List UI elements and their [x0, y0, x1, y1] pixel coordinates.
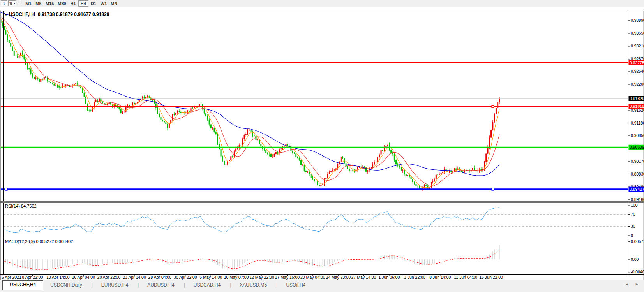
time-tick-label: 20 Apr 22:00	[97, 275, 121, 280]
svg-text:70: 70	[631, 212, 635, 216]
time-tick-label: 27 May 14:00	[351, 275, 376, 280]
symbol-period-label: USDCHF,H4	[9, 12, 35, 17]
time-tick-label: 11 Jun 04:00	[454, 275, 477, 280]
svg-text:0.91618: 0.91618	[630, 104, 644, 109]
price-tick-label: 0.91180	[631, 121, 644, 125]
chart-tab[interactable]: XAUUSD,M5	[225, 281, 272, 290]
time-tick-label: 13 Apr 14:00	[46, 275, 70, 280]
time-tick-label: 16 Apr 04:00	[72, 275, 95, 280]
macd-axis[interactable]: 0.0057180.00-0.004094	[628, 239, 644, 274]
chart-title: ▼USDCHF,H4 0.91738 0.91879 0.91677 0.918…	[4, 12, 109, 17]
ma-12-line	[1, 18, 499, 186]
price-tick-label: 0.92200	[631, 82, 644, 86]
price-tick-label: 0.90850	[631, 133, 644, 138]
time-tick-label: 23 Apr 14:00	[123, 275, 146, 280]
chart-tabs: USDCHF,H4USDCNH,DailyEURUSD,H4AUDUSD,H4U…	[2, 280, 310, 290]
svg-text:0.90539: 0.90539	[630, 145, 644, 150]
chart-tab[interactable]: USDCNH,Daily	[46, 281, 86, 290]
hline-handle[interactable]	[492, 105, 494, 107]
svg-text:0.91829: 0.91829	[630, 96, 644, 101]
hline-handle[interactable]	[5, 188, 7, 190]
horizontal-lines[interactable]	[1, 63, 628, 190]
time-tick-label: 8 Apr 22:00	[22, 275, 43, 280]
svg-text:0.00: 0.00	[631, 257, 639, 262]
rsi-indicator-label: RSI(14) 84.7502	[5, 204, 37, 208]
svg-text:30: 30	[631, 224, 635, 229]
macd-signal-line	[4, 250, 499, 270]
time-tick-label: 30 Apr 22:00	[174, 275, 197, 280]
tabs-scroll-left-icon[interactable]: ◄	[625, 282, 629, 286]
mt4-window: T ⇅ ▾ M1M5M15M30H1H4D1W1MN ▼USDCHF,H4 0.…	[0, 0, 644, 292]
time-tick-label: 6 Apr 2021	[2, 275, 21, 280]
macd-pane[interactable]	[4, 245, 499, 271]
svg-text:100: 100	[631, 203, 638, 208]
time-tick-label: 5 May 14:00	[199, 275, 222, 280]
time-tick-label: 28 Apr 04:00	[148, 275, 172, 280]
tab-scroll-controls: ◄ ►	[625, 280, 644, 286]
chart-menu-triangle-icon[interactable]: ▼	[4, 13, 8, 17]
time-tick-label: 3 Jun 22:00	[404, 275, 425, 280]
svg-text:0.005718: 0.005718	[631, 239, 644, 244]
rsi-pane[interactable]	[4, 208, 628, 233]
rsi-line	[4, 208, 499, 233]
svg-text:0: 0	[631, 233, 633, 238]
svg-text:-0.004094: -0.004094	[631, 269, 644, 274]
chart-tab-bar: USDCHF,H4USDCNH,DailyEURUSD,H4AUDUSD,H4U…	[0, 280, 644, 292]
price-tick-label: 0.90170	[631, 159, 644, 164]
chart-tab[interactable]: AUDUSD,H4	[133, 281, 179, 290]
ma-48-line	[1, 12, 499, 176]
ma-5-line	[1, 19, 499, 188]
price-pane[interactable]	[0, 12, 500, 191]
price-axis[interactable]: 0.938900.935500.932100.928700.925400.922…	[628, 18, 644, 201]
price-tick-label: 0.89160	[631, 197, 644, 202]
price-tick-label: 0.89830	[631, 172, 644, 176]
chart-tab[interactable]: USDCHF,H4	[2, 280, 43, 290]
chart-canvas[interactable]: 0.938900.935500.932100.928700.925400.922…	[0, 0, 644, 292]
time-tick-label: 1 Jun 06:00	[379, 275, 400, 280]
chart-tab[interactable]: EURUSD,H4	[87, 281, 133, 290]
macd-indicator-label: MACD(12,26,9) 0.005272 0.003402	[5, 239, 73, 244]
tabs-scroll-right-icon[interactable]: ►	[635, 282, 639, 286]
chart-tab[interactable]: USDCAD,H4	[179, 281, 225, 290]
svg-text:0.92775: 0.92775	[630, 60, 644, 65]
time-tick-label: 12 May 22:00	[249, 275, 274, 280]
hline-handle[interactable]	[492, 188, 494, 190]
chart-tab[interactable]: USOil,H4	[272, 281, 310, 290]
pane-borders	[0, 11, 644, 280]
price-tick-label: 0.93210	[631, 44, 644, 48]
price-tick-label: 0.93550	[631, 31, 644, 35]
time-tick-label: 24 May 23:00	[326, 275, 351, 280]
time-tick-label: 20 May 04:00	[300, 275, 325, 280]
ohlc-values: 0.91738 0.91879 0.91677 0.91829	[38, 12, 109, 17]
time-tick-label: 10 May 07:00	[224, 275, 249, 280]
time-tick-label: 15 Jun 22:00	[479, 275, 503, 280]
price-tick-label: 0.92540	[631, 69, 644, 74]
price-tick-label: 0.93890	[631, 18, 644, 23]
svg-text:0.89427: 0.89427	[630, 187, 644, 192]
time-tick-label: 17 May 15:00	[275, 275, 300, 280]
time-axis[interactable]: 6 Apr 20218 Apr 22:0013 Apr 14:0016 Apr …	[2, 275, 503, 280]
time-tick-label: 8 Jun 14:00	[429, 275, 451, 280]
rsi-axis[interactable]: 10070300	[628, 203, 638, 238]
